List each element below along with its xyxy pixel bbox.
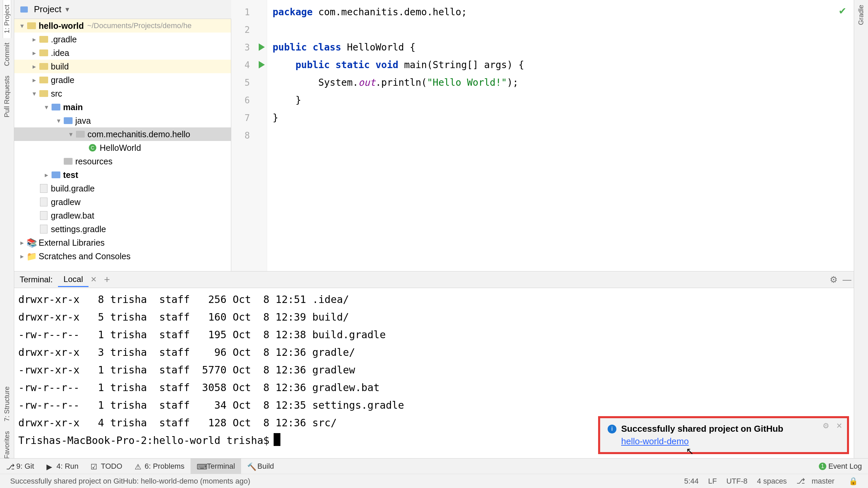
play-icon: ▶ [46, 463, 54, 470]
terminal-header: Terminal: Local ✕ + ⚙ — [14, 271, 854, 288]
inspection-ok-icon[interactable]: ✔ [839, 5, 846, 17]
tree-item[interactable]: ▾main [14, 100, 231, 114]
editor-gutter: 1 2 3 4 5 6 7 8 [231, 0, 267, 271]
indent[interactable]: 4 spaces [757, 477, 787, 486]
tree-item[interactable]: ▸.gradle [14, 33, 231, 46]
tree-root-label: hello-world [39, 21, 84, 31]
git-branch[interactable]: ⎇ master [796, 477, 839, 486]
code-editor[interactable]: 1 2 3 4 5 6 7 8 package com.mechanitis.d… [231, 0, 854, 271]
rail-gradle[interactable]: Gradle [857, 0, 865, 30]
tree-item[interactable]: CHelloWorld [14, 141, 231, 155]
toolwin-build[interactable]: 🔨Build [241, 459, 280, 474]
new-terminal-icon[interactable]: + [104, 274, 110, 285]
toolwin-event-log[interactable]: 1Event Log [813, 459, 868, 474]
project-view-title[interactable]: Project [34, 4, 61, 15]
tree-item[interactable]: gradlew [14, 195, 231, 209]
hammer-icon: 🔨 [247, 463, 255, 470]
caret-position[interactable]: 5:44 [684, 477, 699, 486]
git-branch-icon: ⎇ [6, 463, 14, 470]
tree-item[interactable]: ▸test [14, 168, 231, 182]
event-badge: 1 [819, 463, 826, 470]
code-area[interactable]: package com.mechanitis.demo.hello; publi… [267, 0, 854, 271]
rail-commit[interactable]: Commit [3, 38, 11, 71]
tree-item[interactable]: ▾java [14, 114, 231, 127]
line-ending[interactable]: LF [708, 477, 717, 486]
gear-icon[interactable]: ⚙ [827, 273, 840, 286]
gear-icon[interactable]: ⚙ [823, 422, 829, 430]
tree-item[interactable]: ▸build [14, 60, 231, 73]
run-line-icon[interactable] [259, 43, 265, 51]
right-tool-rail: Gradle [854, 0, 868, 471]
notification-popup: ⚙ ✕ i Successfully shared project on Git… [598, 416, 849, 454]
rail-structure[interactable]: 7: Structure [3, 382, 11, 426]
status-message: Successfully shared project on GitHub: h… [10, 477, 250, 486]
chevron-down-icon[interactable]: ▾ [65, 5, 69, 14]
toolwin-git[interactable]: ⎇9: Git [0, 459, 40, 474]
terminal-tab-local[interactable]: Local [58, 272, 88, 287]
tree-item[interactable]: resources [14, 155, 231, 168]
toolwin-run[interactable]: ▶4: Run [40, 459, 85, 474]
terminal-label: Terminal: [14, 275, 58, 284]
rail-pull-requests[interactable]: Pull Requests [3, 71, 11, 122]
hide-icon[interactable]: — [840, 273, 854, 286]
tree-root[interactable]: ▾ hello-world ~/Documents/Projects/demo/… [14, 19, 231, 33]
tree-item[interactable]: ▸gradle [14, 73, 231, 87]
close-tab-icon[interactable]: ✕ [91, 275, 97, 284]
toolwin-terminal[interactable]: ⌨Terminal [191, 459, 241, 474]
warning-icon: ⚠ [135, 463, 142, 470]
notification-title: Successfully shared project on GitHub [621, 424, 783, 434]
terminal-icon: ⌨ [197, 463, 204, 470]
lock-icon[interactable]: 🔒 [849, 477, 858, 486]
encoding[interactable]: UTF-8 [726, 477, 747, 486]
tree-item[interactable]: settings.gradle [14, 222, 231, 236]
tree-external-libs[interactable]: ▸📚External Libraries [14, 236, 231, 249]
status-bar: Successfully shared project on GitHub: h… [0, 474, 868, 488]
tree-item[interactable]: ▾src [14, 87, 231, 100]
toolwin-todo[interactable]: ☑TODO [84, 459, 128, 474]
close-icon[interactable]: ✕ [836, 422, 842, 430]
left-tool-rail: 1: Project Commit Pull Requests 7: Struc… [0, 0, 14, 471]
rail-project[interactable]: 1: Project [3, 0, 11, 38]
cursor-icon: ↖ [686, 446, 694, 457]
toolwin-problems[interactable]: ⚠6: Problems [129, 459, 191, 474]
tree-item[interactable]: build.gradle [14, 182, 231, 195]
run-line-icon[interactable] [259, 61, 265, 68]
project-icon [19, 5, 29, 14]
terminal-prompt: Trishas-MacBook-Pro-2:hello-world trisha… [18, 434, 270, 446]
tree-item-selected[interactable]: ▾com.mechanitis.demo.hello [14, 127, 231, 141]
terminal-cursor [274, 433, 280, 446]
notification-link[interactable]: hello-world-demo [621, 436, 689, 447]
tree-item[interactable]: ▸.idea [14, 46, 231, 60]
tree-item[interactable]: gradlew.bat [14, 209, 231, 222]
tree-scratches[interactable]: ▸📁Scratches and Consoles [14, 249, 231, 263]
bottom-tool-bar: ⎇9: Git ▶4: Run ☑TODO ⚠6: Problems ⌨Term… [0, 458, 868, 474]
tree-root-path: ~/Documents/Projects/demo/he [87, 21, 192, 30]
todo-icon: ☑ [91, 463, 98, 470]
info-icon: i [608, 425, 616, 433]
project-tree[interactable]: ▾ hello-world ~/Documents/Projects/demo/… [14, 19, 231, 271]
